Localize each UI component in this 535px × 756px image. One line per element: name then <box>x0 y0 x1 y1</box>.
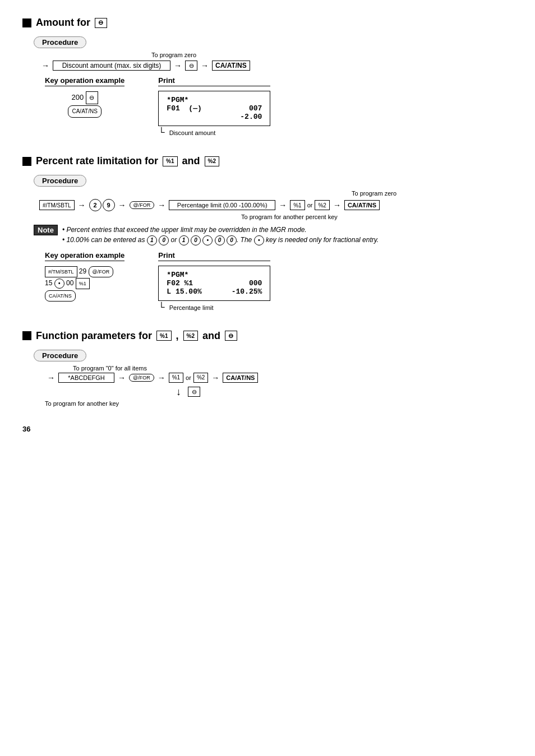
discount-label-row: └ Discount amount <box>158 127 270 137</box>
section3-flow: To program "0" for all items → *ABCDEFGH… <box>39 365 513 407</box>
s2-receipt-line3: L 15.00%-10.25% <box>167 287 262 296</box>
key-op-line2: CA/AT/NS <box>45 104 124 118</box>
black-square-icon3 <box>22 331 31 340</box>
section1-flow: To program zero → Discount amount (max. … <box>39 52 513 71</box>
section2-print: Print *PGM* F02 %1000 L 15.00%-10.25% └ … <box>158 251 270 312</box>
section1-key-op: Key operation example 200 ⊖ CA/AT/NS <box>45 76 124 118</box>
dot-key2: • <box>54 279 64 289</box>
key-op-line1: 200 ⊖ <box>45 91 124 104</box>
note-line2: • 10.00% can be entered as 1 0 or 1 0 • … <box>62 235 379 245</box>
section2-key-op-content: #/TM/SBTL 29 @/FOR 15 • 00 %1 CA/AT/NS <box>45 266 124 302</box>
note-content: • Percent entries that exceed the upper … <box>62 225 379 245</box>
s3-row2: ↓ ⊖ <box>174 386 513 398</box>
section2-to-program-zero: To program zero <box>236 190 513 197</box>
section2-receipt: *PGM* F02 %1000 L 15.00%-10.25% <box>158 266 270 301</box>
s3-and: and <box>202 330 220 342</box>
note-key-1b: 1 <box>179 235 189 245</box>
s3-arrow2: → <box>118 373 126 382</box>
s3-to-program-zero: To program "0" for all items <box>73 365 513 372</box>
discount-label: Discount amount <box>169 129 216 136</box>
receipt-line3: -2.00 <box>167 113 262 121</box>
s3-pct1-title: %1 <box>156 331 171 341</box>
section1-to-program-zero: To program zero <box>151 52 513 58</box>
s3-arrow1: → <box>47 373 55 382</box>
section1-step3: CA/AT/NS <box>212 61 250 71</box>
section3-procedure: Procedure <box>34 350 86 361</box>
section1-step1: Discount amount (max. six digits) <box>53 61 170 71</box>
s3-to-program-another: To program for another key <box>45 400 513 407</box>
minus-key: ⊖ <box>86 91 98 105</box>
note-line1: • Percent entries that exceed the upper … <box>62 225 379 235</box>
black-square-icon2 <box>22 157 31 166</box>
arrow-s2-5: → <box>333 201 341 210</box>
arrow-s2-3: → <box>158 201 165 210</box>
section3-title: Function parameters for %1 , %2 and ⊖ <box>22 330 513 342</box>
percent-label-row: └ Percentage limit <box>158 302 270 312</box>
s3-arrow4: → <box>211 373 219 382</box>
note-key-0c: 0 <box>215 235 225 245</box>
ca-at-ns-key2: CA/AT/NS <box>45 290 76 302</box>
note-label: Note <box>34 225 58 235</box>
section2: Percent rate limitation for %1 and %2 Pr… <box>22 155 513 312</box>
s2-kop-line2: 15 • 00 %1 <box>45 277 124 290</box>
section1-diagram-row: → Discount amount (max. six digits) → ⊖ … <box>39 61 513 71</box>
pct-limit-box: Percentage limit (0.00 -100.00%) <box>169 200 275 210</box>
s3-ca-at-ns: CA/AT/NS <box>223 373 258 383</box>
section2-procedure: Procedure <box>34 175 86 187</box>
page-number: 36 <box>22 425 513 433</box>
s3-or-text: or <box>186 374 191 381</box>
section2-flow: To program zero #/TM/SBTL → 2 9 → @/FOR … <box>39 190 513 220</box>
section3-title-text: Function parameters for <box>36 330 152 342</box>
note-key-dot: • <box>202 235 213 245</box>
s3-arrow3: → <box>158 373 165 382</box>
section1: Amount for ⊖ Procedure To program zero →… <box>22 17 513 137</box>
pct1-key-flow: %1 <box>290 200 305 210</box>
note-key-dot2: • <box>254 235 264 245</box>
section3: Function parameters for %1 , %2 and ⊖ Pr… <box>22 330 513 407</box>
arrow-s2-1: → <box>78 201 86 210</box>
s3-row1: → *ABCDEFGH → @/FOR → %1 or %2 → CA/AT/N… <box>45 373 513 383</box>
section1-procedure: Procedure <box>34 36 86 48</box>
section1-receipt: *PGM* F01 (—)007 -2.00 <box>158 91 270 126</box>
or-text-s2: or <box>307 202 313 208</box>
arrow2: → <box>174 61 182 70</box>
section2-to-another: To program for another percent key <box>241 214 513 220</box>
section2-title: Percent rate limitation for %1 and %2 <box>22 155 513 167</box>
section3-content: Procedure To program "0" for all items →… <box>34 350 513 407</box>
pct2-key-title: %2 <box>205 156 219 166</box>
section1-key-op-content: 200 ⊖ CA/AT/NS <box>45 91 124 118</box>
ca-at-ns-s2: CA/AT/NS <box>344 200 380 210</box>
percent-limit-label: Percentage limit <box>169 304 214 311</box>
s3-at-for-key: @/FOR <box>129 374 154 382</box>
receipt-line2: F01 (—)007 <box>167 104 262 113</box>
arrow-s2-4: → <box>279 201 287 210</box>
s3-comma1: , <box>176 330 179 342</box>
pct1-key-title: %1 <box>163 156 177 166</box>
pct2-key-flow: %2 <box>315 200 329 210</box>
note-key-0d: 0 <box>227 235 237 245</box>
arrow-s2-2: → <box>118 201 126 210</box>
note-key-0b: 0 <box>191 235 201 245</box>
section1-print-content: *PGM* F01 (—)007 -2.00 └ Discount amount <box>158 91 270 137</box>
section2-content: Procedure To program zero #/TM/SBTL → 2 … <box>34 175 513 312</box>
section2-key-op-title: Key operation example <box>45 251 124 261</box>
section2-print-content: *PGM* F02 %1000 L 15.00%-10.25% └ Percen… <box>158 266 270 312</box>
ca-at-ns-key1: CA/AT/NS <box>68 105 101 118</box>
s3-pct1-key: %1 <box>169 373 183 383</box>
section2-examples: Key operation example #/TM/SBTL 29 @/FOR… <box>45 251 513 312</box>
section1-print-title: Print <box>158 76 270 86</box>
s2-kop-line3: CA/AT/NS <box>45 290 124 302</box>
arrow1: → <box>41 61 49 70</box>
section2-and: and <box>182 155 200 167</box>
section2-key-op: Key operation example #/TM/SBTL 29 @/FOR… <box>45 251 124 302</box>
pct1-key2: %1 <box>76 278 90 289</box>
s2-receipt-line2: F02 %1000 <box>167 279 262 287</box>
s3-abcdefgh-key: *ABCDEFGH <box>58 373 114 383</box>
s3-minus-key: ⊖ <box>188 387 200 397</box>
section2-diagram-row: #/TM/SBTL → 2 9 → @/FOR → Percentage lim… <box>39 199 513 211</box>
section1-content: Procedure To program zero → Discount amo… <box>34 36 513 137</box>
section2-print-title: Print <box>158 251 270 261</box>
note-key-0a: 0 <box>159 235 169 245</box>
note-key-1a: 1 <box>147 235 157 245</box>
s2-kop-line1: #/TM/SBTL 29 @/FOR <box>45 266 124 278</box>
